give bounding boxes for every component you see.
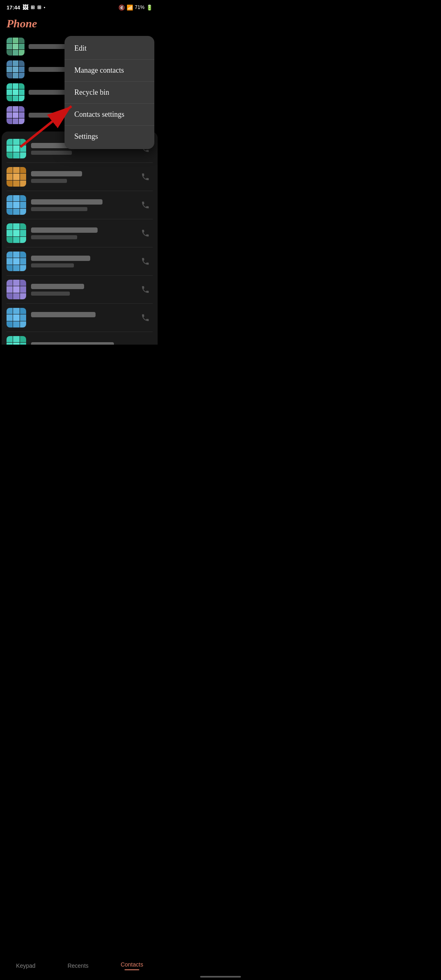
contact-info-6 — [31, 284, 133, 296]
contact-list-item-8[interactable] — [7, 332, 153, 345]
contact-list-item-3[interactable] — [7, 191, 153, 219]
menu-item-contacts-settings[interactable]: Contacts settings — [65, 104, 154, 126]
mute-icon: 🔇 — [118, 4, 125, 11]
avatar-bottom-6 — [7, 280, 26, 299]
avatar-3 — [7, 83, 24, 101]
call-icon-2[interactable] — [138, 169, 153, 184]
dropdown-menu: Edit Manage contacts Recycle bin Contact… — [65, 36, 154, 149]
call-icon-4[interactable] — [138, 226, 153, 241]
grid2-icon: ⊞ — [37, 4, 41, 10]
grid-icon: ⊞ — [31, 4, 35, 10]
avatar-bottom-3 — [7, 195, 26, 215]
contact-info-2 — [31, 171, 133, 183]
contact-list-item-5[interactable] — [7, 247, 153, 276]
time-display: 17:44 — [7, 4, 20, 11]
app-header: Phone — [0, 13, 159, 33]
battery-text: 71% — [135, 4, 145, 10]
app-title: Phone — [7, 17, 37, 30]
status-bar: 17:44 🖼 ⊞ ⊞ • 🔇 📶 71% 🔋 — [0, 0, 159, 13]
status-time-area: 17:44 🖼 ⊞ ⊞ • — [7, 4, 45, 11]
call-icon-5[interactable] — [138, 254, 153, 269]
avatar-bottom-1 — [7, 139, 26, 158]
contact-list-item-4[interactable] — [7, 219, 153, 247]
avatar-1 — [7, 38, 24, 56]
menu-item-recycle-bin[interactable]: Recycle bin — [65, 82, 154, 104]
contact-list-item-2[interactable] — [7, 163, 153, 191]
contact-list-item-7[interactable] — [7, 304, 153, 332]
contact-info-4 — [31, 227, 133, 239]
contact-info-8 — [31, 342, 153, 345]
menu-item-settings[interactable]: Settings — [65, 126, 154, 147]
avatar-bottom-8 — [7, 336, 26, 345]
avatar-bottom-4 — [7, 223, 26, 243]
avatar-2 — [7, 60, 24, 78]
call-icon-7[interactable] — [138, 310, 153, 325]
menu-item-edit[interactable]: Edit — [65, 38, 154, 60]
contact-info-7 — [31, 312, 133, 324]
contact-info-5 — [31, 256, 133, 267]
avatar-4 — [7, 106, 24, 124]
call-icon-6[interactable] — [138, 282, 153, 297]
battery-icon: 🔋 — [146, 4, 153, 11]
call-icon-3[interactable] — [138, 198, 153, 212]
status-right-area: 🔇 📶 71% 🔋 — [118, 4, 153, 11]
dot-icon: • — [44, 5, 45, 10]
menu-item-manage-contacts[interactable]: Manage contacts — [65, 60, 154, 82]
signal-icon: 📶 — [127, 4, 133, 11]
avatar-bottom-2 — [7, 167, 26, 187]
contacts-bottom-section — [2, 131, 158, 345]
avatar-bottom-5 — [7, 252, 26, 271]
avatar-bottom-7 — [7, 308, 26, 327]
contact-info-3 — [31, 199, 133, 211]
contact-list-item-6[interactable] — [7, 276, 153, 304]
photo-icon: 🖼 — [22, 4, 28, 11]
